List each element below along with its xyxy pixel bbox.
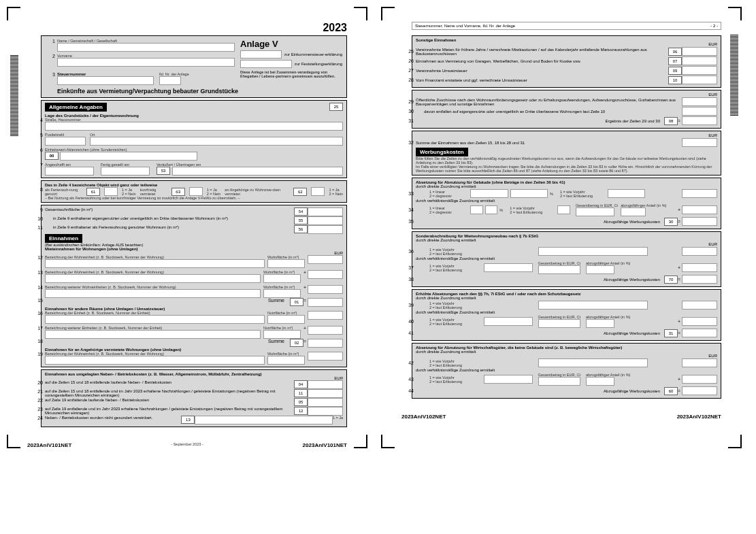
field-nfl2[interactable] bbox=[263, 330, 301, 339]
field-z30[interactable] bbox=[682, 107, 717, 116]
field-strasse[interactable] bbox=[45, 122, 343, 131]
field-lfd[interactable] bbox=[159, 76, 181, 85]
field-z21[interactable] bbox=[308, 389, 343, 398]
eur-7: EUR bbox=[416, 354, 717, 358]
f33d[interactable] bbox=[682, 189, 717, 198]
f34e[interactable] bbox=[621, 207, 646, 216]
field-nfl1[interactable] bbox=[267, 315, 305, 324]
field-z26[interactable] bbox=[682, 56, 717, 65]
box-zuschuesse: EUR 29Öffentliche Zuschüsse nach dem Woh… bbox=[412, 90, 721, 129]
field-z24[interactable] bbox=[195, 416, 332, 424]
form-title: Anlage V bbox=[240, 39, 342, 49]
f41[interactable] bbox=[682, 329, 717, 337]
field-e2[interactable] bbox=[45, 330, 261, 339]
eur-4: EUR bbox=[416, 93, 717, 97]
vj-5: 1 = wie Vorjahr 2 = laut Erläuterung bbox=[416, 301, 538, 310]
field-wfla[interactable] bbox=[267, 356, 305, 365]
f35[interactable] bbox=[682, 217, 717, 226]
f34a[interactable] bbox=[470, 205, 483, 214]
box-04: 04 bbox=[294, 380, 308, 388]
f39b[interactable] bbox=[682, 301, 717, 310]
field-plz[interactable] bbox=[45, 137, 86, 146]
field-z23[interactable] bbox=[308, 407, 343, 416]
f33a[interactable] bbox=[470, 189, 508, 198]
field-eur2[interactable] bbox=[308, 270, 343, 279]
label-ferien: als Ferienwoh-nung genutzt bbox=[45, 188, 82, 196]
field-fertig[interactable] bbox=[101, 167, 150, 176]
field-e1[interactable] bbox=[45, 315, 265, 324]
f34b[interactable] bbox=[485, 205, 498, 214]
field-z31[interactable] bbox=[682, 116, 717, 125]
field-z29[interactable] bbox=[682, 97, 717, 106]
field-62[interactable] bbox=[311, 187, 325, 196]
field-wfl2[interactable] bbox=[263, 274, 301, 283]
f37b[interactable] bbox=[538, 265, 580, 274]
box-30: 30 bbox=[664, 218, 678, 226]
field-w3[interactable] bbox=[45, 289, 261, 298]
field-verau[interactable] bbox=[172, 167, 343, 176]
ja-24: 1 = Ja bbox=[333, 416, 343, 420]
field-w1[interactable] bbox=[45, 259, 265, 268]
f37d[interactable] bbox=[682, 263, 717, 272]
f40a[interactable] bbox=[484, 317, 533, 326]
f42b[interactable] bbox=[682, 358, 717, 367]
field-wfl3[interactable] bbox=[263, 289, 301, 298]
f43b[interactable] bbox=[538, 377, 580, 386]
f37c[interactable] bbox=[586, 265, 614, 274]
ewaz-prefix: 00 bbox=[45, 152, 59, 160]
box-13: 13 bbox=[181, 416, 195, 424]
field-angeschafft[interactable] bbox=[45, 167, 94, 176]
checkbox-est[interactable] bbox=[240, 50, 282, 59]
field-54[interactable] bbox=[308, 207, 343, 216]
field-eur1[interactable] bbox=[308, 255, 343, 264]
crop-mark bbox=[728, 435, 742, 448]
field-vorname[interactable] bbox=[57, 58, 235, 67]
field-wfl1[interactable] bbox=[267, 259, 305, 268]
field-a1[interactable] bbox=[45, 356, 265, 365]
f34f[interactable] bbox=[682, 205, 717, 214]
f36b[interactable] bbox=[682, 247, 717, 256]
f38[interactable] bbox=[682, 275, 717, 284]
field-eur4[interactable] bbox=[308, 311, 343, 320]
field-z22[interactable] bbox=[308, 398, 343, 407]
field-w2[interactable] bbox=[45, 274, 261, 283]
field-eur5[interactable] bbox=[308, 326, 343, 335]
field-z25[interactable] bbox=[682, 47, 717, 56]
field-eur3[interactable] bbox=[308, 285, 343, 294]
f40d[interactable] bbox=[682, 317, 717, 326]
abzwk-2: Abzugsfähige Werbungskosten bbox=[416, 278, 664, 282]
f33c[interactable] bbox=[608, 189, 646, 198]
field-summe2[interactable] bbox=[308, 339, 343, 348]
f43c[interactable] bbox=[586, 377, 614, 386]
f43d[interactable] bbox=[682, 375, 717, 384]
field-z32[interactable] bbox=[682, 138, 717, 147]
field-z20[interactable] bbox=[308, 380, 343, 389]
foot2-l: 2023AnlV102NET bbox=[401, 414, 446, 420]
field-stnr[interactable] bbox=[57, 76, 154, 85]
f34c[interactable] bbox=[557, 205, 570, 214]
f33b[interactable] bbox=[510, 189, 548, 198]
checkbox-fest[interactable] bbox=[240, 60, 292, 68]
field-name[interactable] bbox=[57, 43, 235, 52]
field-z27[interactable] bbox=[682, 66, 717, 75]
label-erg29: Ergebnis der Zeilen 29 und 30 bbox=[416, 119, 664, 123]
f39a[interactable] bbox=[538, 301, 648, 310]
f40c[interactable] bbox=[586, 319, 614, 328]
f34d[interactable] bbox=[576, 207, 614, 216]
field-63[interactable] bbox=[189, 187, 203, 196]
f44[interactable] bbox=[682, 386, 717, 395]
f36a[interactable] bbox=[538, 247, 648, 256]
field-ewaz[interactable] bbox=[60, 152, 197, 161]
field-61[interactable] bbox=[104, 187, 118, 196]
crop-mark bbox=[381, 7, 395, 20]
f42a[interactable] bbox=[538, 358, 648, 367]
field-summe1[interactable] bbox=[308, 298, 343, 307]
field-56[interactable] bbox=[308, 225, 343, 234]
field-55[interactable] bbox=[308, 216, 343, 225]
f37a[interactable] bbox=[484, 263, 533, 272]
f43a[interactable] bbox=[484, 375, 533, 384]
field-eur6[interactable] bbox=[308, 352, 343, 361]
field-z28[interactable] bbox=[682, 76, 717, 84]
f40b[interactable] bbox=[538, 319, 580, 328]
field-ort[interactable] bbox=[90, 137, 343, 146]
